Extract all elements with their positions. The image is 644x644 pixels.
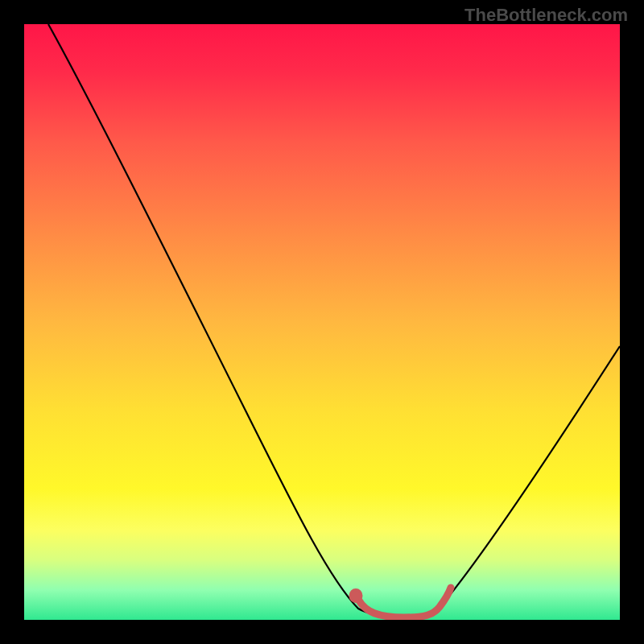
plot-area	[24, 24, 620, 620]
watermark-text: TheBottleneck.com	[464, 5, 628, 26]
main-curve-path	[48, 24, 620, 617]
highlight-dot-left	[351, 591, 361, 601]
curve-overlay	[24, 24, 620, 620]
highlight-marker-path	[353, 588, 451, 617]
